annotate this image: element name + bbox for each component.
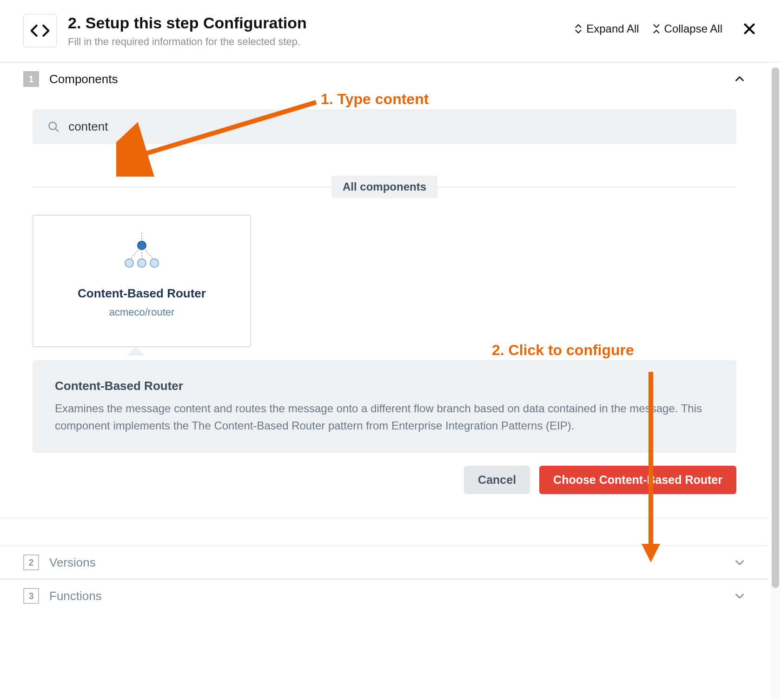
section-versions-header[interactable]: 2 Versions (0, 546, 769, 579)
component-card[interactable]: Content-Based Router acmeco/router (33, 215, 251, 347)
search-field-wrap[interactable] (33, 109, 736, 144)
code-icon (23, 14, 57, 47)
dialog-header: 2. Setup this step Configuration Fill in… (0, 0, 781, 62)
section-functions: 3 Functions (0, 579, 769, 612)
section-versions-title: Versions (49, 555, 734, 570)
router-icon (116, 232, 167, 274)
section-components-body: All components (0, 95, 769, 517)
dialog-title: 2. Setup this step Configuration (68, 14, 574, 32)
step-number-1: 1 (23, 71, 39, 87)
component-card-subtitle: acmeco/router (45, 306, 239, 318)
header-actions: Expand All Collapse All (574, 20, 758, 37)
chevron-down-icon (734, 556, 746, 568)
section-functions-title: Functions (49, 589, 734, 603)
section-versions: 2 Versions (0, 546, 769, 579)
section-components-title: Components (49, 72, 734, 86)
close-button[interactable] (741, 20, 758, 37)
chevron-down-icon (734, 590, 746, 602)
action-button-row: Cancel Choose Content-Based Router (33, 466, 736, 494)
component-detail-panel: Content-Based Router Examines the messag… (33, 360, 736, 453)
svg-point-5 (138, 241, 146, 250)
step-number-2: 2 (23, 555, 39, 570)
scrollbar-thumb[interactable] (772, 67, 779, 588)
all-components-label: All components (331, 176, 437, 198)
collapse-all-button[interactable]: Collapse All (652, 22, 722, 35)
component-card-title: Content-Based Router (45, 286, 239, 301)
spacer (0, 518, 769, 546)
search-icon (47, 120, 60, 133)
expand-all-label: Expand All (586, 22, 639, 35)
scroll-area: 1 Components All components (0, 62, 769, 697)
svg-line-8 (144, 249, 153, 259)
svg-point-2 (49, 122, 56, 129)
svg-point-10 (138, 259, 146, 267)
svg-line-3 (56, 128, 59, 131)
divider-line-left (33, 187, 331, 187)
cancel-button[interactable]: Cancel (464, 466, 530, 494)
dialog-subtitle: Fill in the required information for the… (68, 36, 574, 48)
svg-point-9 (125, 259, 133, 267)
section-components-header[interactable]: 1 Components (0, 63, 769, 95)
header-title-block: 2. Setup this step Configuration Fill in… (68, 14, 574, 48)
component-detail-title: Content-Based Router (55, 379, 714, 393)
svg-point-11 (150, 259, 159, 267)
search-input[interactable] (68, 119, 721, 134)
choose-button[interactable]: Choose Content-Based Router (539, 466, 736, 494)
section-functions-header[interactable]: 3 Functions (0, 580, 769, 612)
all-components-divider: All components (33, 176, 736, 198)
step-number-3: 3 (23, 588, 39, 604)
expand-all-button[interactable]: Expand All (574, 22, 639, 35)
chevron-up-icon (734, 73, 746, 85)
collapse-all-label: Collapse All (664, 22, 722, 35)
section-components: 1 Components All components (0, 62, 769, 518)
svg-line-6 (130, 249, 139, 259)
divider-line-right (437, 187, 736, 187)
component-detail-text: Examines the message content and routes … (55, 400, 714, 434)
